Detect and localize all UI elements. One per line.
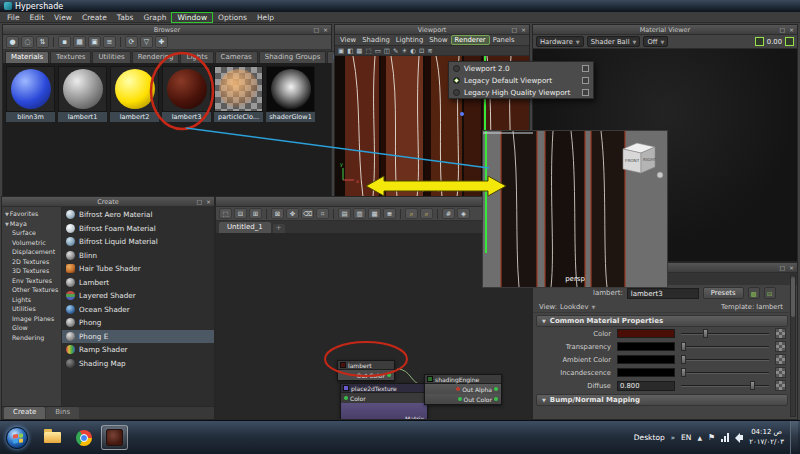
node-lambert[interactable]: lambert Out Color bbox=[337, 360, 395, 381]
start-button[interactable] bbox=[6, 427, 28, 449]
radio-icon[interactable] bbox=[453, 65, 460, 72]
add-to-graph-icon[interactable]: ⊠ bbox=[271, 208, 284, 219]
list-item-layered-shader[interactable]: Layered Shader bbox=[62, 289, 214, 303]
input-output-connections-icon[interactable]: ⬚ bbox=[219, 208, 232, 219]
taskbar-explorer-button[interactable] bbox=[39, 425, 66, 450]
list-item-bifrost-liquid[interactable]: Bifrost Liquid Material bbox=[62, 235, 214, 249]
large-swatch-view-icon[interactable]: ▣ bbox=[88, 36, 101, 48]
shadows-icon[interactable]: ◐ bbox=[410, 47, 416, 55]
filter-icon[interactable]: ▽ bbox=[140, 36, 153, 48]
exposure-frame-icon[interactable] bbox=[785, 37, 794, 46]
tab-create[interactable]: Create bbox=[4, 407, 45, 419]
node-header[interactable]: lambert bbox=[338, 361, 394, 370]
menu-view[interactable]: View bbox=[49, 12, 77, 23]
gate-mask-icon[interactable]: ◫ bbox=[384, 47, 390, 55]
menu-window[interactable]: Window bbox=[171, 12, 213, 23]
view-dropdown[interactable]: Lookdev bbox=[560, 303, 588, 311]
layout-icon[interactable]: ≣ bbox=[383, 208, 396, 219]
menu-tabs[interactable]: Tabs bbox=[112, 12, 139, 23]
frame-all-icon[interactable]: ⌕ bbox=[405, 208, 418, 219]
panel-menu-close-icons[interactable]: □ × bbox=[511, 25, 527, 35]
exposure-value[interactable]: 0.00 bbox=[767, 38, 782, 46]
transparency-slider[interactable] bbox=[681, 342, 769, 351]
color-swatch[interactable] bbox=[617, 329, 675, 338]
tree-item-lights[interactable]: Lights bbox=[2, 295, 61, 305]
map-texture-icon[interactable] bbox=[775, 341, 786, 352]
remove-from-graph-icon[interactable]: ✥ bbox=[286, 208, 299, 219]
clear-graph-icon[interactable]: ⌫ bbox=[301, 208, 314, 219]
material-swatch-lambert1[interactable]: lambert1 bbox=[58, 66, 107, 122]
tree-item-image-planes[interactable]: Image Planes bbox=[2, 314, 61, 324]
list-item-blinn[interactable]: Blinn bbox=[62, 249, 214, 263]
tree-item-glow[interactable]: Glow bbox=[2, 323, 61, 333]
presets-button[interactable]: Presets bbox=[703, 287, 744, 299]
show-desktop-button[interactable] bbox=[790, 421, 798, 454]
section-common-material-properties[interactable]: ▼ Common Material Properties bbox=[536, 315, 788, 327]
tab-shading-groups[interactable]: Shading Groups bbox=[259, 51, 327, 63]
output-port-icon[interactable] bbox=[494, 387, 498, 391]
material-swatch-lambert3[interactable]: lambert3 bbox=[162, 66, 211, 122]
menu-item-viewport-20[interactable]: Viewport 2.0 bbox=[449, 62, 593, 74]
network-icon[interactable] bbox=[721, 433, 729, 442]
add-tab-button[interactable]: + bbox=[273, 224, 285, 233]
geometry-dropdown[interactable]: Shader Ball ▼ bbox=[587, 36, 641, 47]
list-item-bifrost-aero[interactable]: Bifrost Aero Material bbox=[62, 208, 214, 222]
section-bump-normal-mapping[interactable]: ▼ Bump/Normal Mapping bbox=[536, 394, 788, 406]
output-connections-icon[interactable]: ⊞ bbox=[249, 208, 262, 219]
menu-edit[interactable]: Edit bbox=[25, 12, 50, 23]
panel-menu-close-icons[interactable]: □ × bbox=[779, 263, 795, 273]
tree-item-utilities[interactable]: Utilities bbox=[2, 304, 61, 314]
tree-item-displacement[interactable]: Displacement bbox=[2, 247, 61, 257]
tree-item-3d-textures[interactable]: 3D Textures bbox=[2, 266, 61, 276]
list-item-ramp-shader[interactable]: Ramp Shader bbox=[62, 343, 214, 357]
viewport-menu-renderer[interactable]: Renderer bbox=[451, 35, 490, 45]
list-item-shading-map[interactable]: Shading Map bbox=[62, 357, 214, 371]
slider-handle[interactable] bbox=[681, 355, 686, 364]
refresh-swatches-icon[interactable]: ⟳ bbox=[125, 36, 138, 48]
panel-menu-close-icons[interactable]: □ × bbox=[196, 197, 212, 207]
show-hidden-icons-button[interactable]: ▲ bbox=[697, 434, 702, 441]
simple-mode-icon[interactable]: ▤ bbox=[338, 208, 351, 219]
menu-file[interactable]: File bbox=[2, 12, 25, 23]
tree-item-2d-textures[interactable]: 2D Textures bbox=[2, 257, 61, 267]
node-port-out-color[interactable]: Out Color bbox=[425, 394, 501, 404]
tab-cameras[interactable]: Cameras bbox=[215, 51, 258, 63]
node-header[interactable]: place2dTexture bbox=[341, 384, 427, 393]
focus-icon[interactable]: ⊡ bbox=[764, 287, 776, 299]
slider-handle[interactable] bbox=[703, 329, 708, 338]
menu-item-legacy-high-quality[interactable]: Legacy High Quality Viewport bbox=[449, 86, 593, 98]
ambient-color-slider[interactable] bbox=[681, 355, 769, 364]
camera-icon[interactable]: ▣ bbox=[338, 47, 344, 55]
input-port-icon[interactable] bbox=[456, 387, 460, 391]
viewport-menu-view[interactable]: View bbox=[337, 35, 359, 45]
medium-swatch-view-icon[interactable]: ▦ bbox=[73, 36, 86, 48]
option-box-icon[interactable] bbox=[582, 77, 589, 84]
material-swatch-blinn3m[interactable]: blinn3m bbox=[6, 66, 55, 122]
slider-handle[interactable] bbox=[681, 368, 686, 377]
collapse-arrow-icon[interactable]: ▼ bbox=[542, 397, 546, 403]
motion-blur-icon[interactable]: ≋ bbox=[427, 47, 432, 55]
list-item-ocean-shader[interactable]: Ocean Shader bbox=[62, 303, 214, 317]
radio-selected-icon[interactable] bbox=[453, 77, 460, 84]
material-viewer-header[interactable]: Material Viewer □ × bbox=[533, 25, 797, 35]
grid-toggle-icon[interactable]: # bbox=[442, 208, 455, 219]
option-box-icon[interactable] bbox=[582, 65, 589, 72]
list-item-phong-e[interactable]: Phong E bbox=[62, 330, 214, 344]
menu-graph[interactable]: Graph bbox=[138, 12, 171, 23]
output-port-icon[interactable] bbox=[387, 373, 391, 377]
list-item-bifrost-foam[interactable]: Bifrost Foam Material bbox=[62, 222, 214, 236]
pin-icon[interactable]: ✚ bbox=[155, 36, 168, 48]
map-texture-icon[interactable] bbox=[775, 380, 786, 391]
list-view-icon[interactable]: ≡ bbox=[103, 36, 116, 48]
list-item-phong[interactable]: Phong bbox=[62, 316, 214, 330]
viewport-panel-header[interactable]: Viewport □ × bbox=[335, 25, 529, 35]
lighting-icon[interactable]: ☀ bbox=[401, 47, 407, 55]
diffuse-slider[interactable] bbox=[681, 381, 769, 390]
option-box-icon[interactable] bbox=[582, 89, 589, 96]
frame-selection-icon[interactable]: ⌕ bbox=[420, 208, 433, 219]
tree-expand-icon[interactable]: ▼ bbox=[5, 221, 9, 227]
lock-camera-icon[interactable]: ◧ bbox=[347, 47, 353, 55]
tab-materials[interactable]: Materials bbox=[5, 51, 49, 63]
viewport-menu-panels[interactable]: Panels bbox=[490, 35, 518, 45]
desktop-toolbar-label[interactable]: Desktop bbox=[634, 433, 665, 442]
